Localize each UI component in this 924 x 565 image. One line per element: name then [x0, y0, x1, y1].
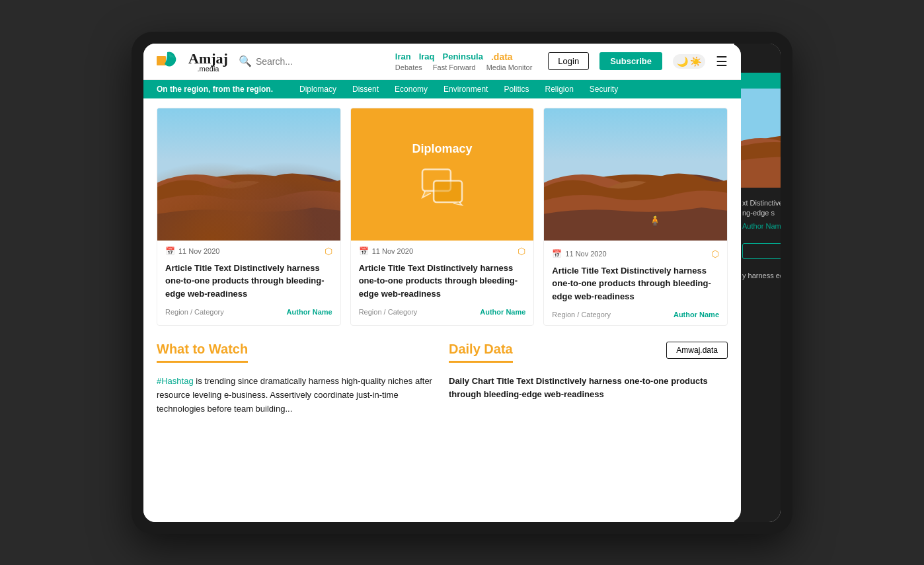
nav-iran[interactable]: Iran — [395, 52, 411, 62]
nav-primary: Iran Iraq Peninsula .data — [395, 52, 513, 62]
hashtag-link[interactable]: #Hashtag — [157, 376, 194, 386]
article-footer-3: Region / Category Author Name — [544, 308, 727, 325]
article-footer-1: Region / Category Author Name — [157, 305, 340, 322]
canyon-svg-1: 🧍 — [157, 108, 340, 241]
article-card-3: 🧍 📅 11 Nov 2020 ⬡ Article Title Text Dis… — [543, 108, 728, 326]
article-title-2: Article Title Text Distinctively harness… — [351, 259, 534, 306]
device-screen: Amjaj .media 🔍 Iran Iraq Peninsula .d — [143, 44, 781, 522]
svg-point-5 — [196, 181, 301, 241]
what-to-watch-section: What to Watch #Hashtag is trending since… — [157, 342, 436, 416]
hiker-3: 🧍 — [649, 214, 662, 227]
article-author-1[interactable]: Author Name — [287, 308, 332, 316]
article-date-1: 📅 11 Nov 2020 — [165, 246, 219, 256]
cat-dissent[interactable]: Dissent — [352, 85, 379, 94]
calendar-icon-3: 📅 — [552, 249, 562, 258]
article-cat-2: Region / Category — [359, 308, 418, 316]
subscribe-button[interactable]: Subscribe — [599, 52, 662, 70]
search-area: 🔍 — [239, 55, 322, 67]
sp-bottom-text: y harness eding-edge — [734, 266, 781, 286]
nav-data[interactable]: .data — [491, 52, 513, 62]
logo: Amjaj .media — [157, 50, 228, 73]
sp-article-content: ⬡ xt Distinctively o-one products ng-edg… — [734, 188, 781, 237]
bottom-sections: What to Watch #Hashtag is trending since… — [143, 335, 741, 422]
site-header: Amjaj .media 🔍 Iran Iraq Peninsula .d — [143, 44, 741, 80]
svg-point-4 — [215, 174, 340, 241]
article-cat-3: Region / Category — [552, 311, 611, 319]
daily-chart-title: Daily Chart Title Text Distinctively har… — [449, 375, 728, 400]
cat-politics[interactable]: Politics — [504, 85, 529, 94]
article-title-1: Article Title Text Distinctively harness… — [157, 259, 340, 306]
sp-article-text: xt Distinctively o-one products ng-edge … — [742, 198, 781, 219]
share-icon-2[interactable]: ⬡ — [518, 246, 525, 256]
svg-point-3 — [157, 174, 275, 241]
svg-rect-0 — [157, 56, 166, 65]
article-author-3[interactable]: Author Name — [674, 311, 719, 319]
date-text-3: 11 Nov 2020 — [565, 250, 606, 258]
sp-article-image: 🧍 — [734, 89, 781, 188]
article-date-3: 📅 11 Nov 2020 — [552, 249, 606, 258]
share-icon-3[interactable]: ⬡ — [711, 248, 719, 259]
nav-categories: Diplomacy Dissent Economy Environment Po… — [299, 85, 618, 94]
logo-icon — [157, 51, 184, 72]
svg-rect-1 — [157, 108, 340, 241]
article-meta-3: 📅 11 Nov 2020 ⬡ — [544, 243, 727, 262]
logo-text-block: Amjaj .media — [188, 50, 228, 73]
article-image-1: 🧍 — [157, 108, 340, 241]
nav-media-monitor[interactable]: Media Monitor — [486, 63, 533, 71]
debates-chat-icon — [419, 167, 465, 206]
search-icon: 🔍 — [239, 55, 252, 67]
article-image-3: 🧍 — [544, 108, 727, 243]
nav-columns: Iran Iraq Peninsula .data Debates Fast F… — [395, 52, 532, 71]
daily-data-header: Daily Data Amwaj.data — [449, 342, 728, 371]
nav-links: Iran Iraq Peninsula .data Debates Fast F… — [395, 52, 728, 71]
article-card-2: Diplomacy 📅 11 Nov 2020 ⬡ — [350, 108, 535, 326]
amwaj-data-button[interactable]: Amwaj.data — [666, 342, 728, 359]
article-card-1: 🧍 📅 11 Nov 2020 ⬡ Article Title Text Dis… — [157, 108, 341, 326]
svg-rect-7 — [434, 180, 462, 202]
sp-canyon-svg: 🧍 — [734, 89, 781, 188]
sun-icon: ☀️ — [690, 56, 701, 67]
sp-teal-bar: Security — [734, 73, 781, 89]
nav-secondary: Debates Fast Forward Media Monitor — [395, 63, 532, 71]
browser-window: Amjaj .media 🔍 Iran Iraq Peninsula .d — [143, 44, 741, 522]
logo-brand: Amjaj — [188, 50, 228, 67]
nav-peninsula[interactable]: Peninsula — [443, 52, 483, 62]
cat-security[interactable]: Security — [590, 85, 618, 94]
calendar-icon-2: 📅 — [359, 246, 369, 256]
share-icon-1[interactable]: ⬡ — [325, 246, 332, 256]
tagline-text: On the region, from the region. — [157, 85, 273, 94]
article-title-3: Article Title Text Distinctively harness… — [544, 262, 727, 309]
debates-card: Diplomacy — [351, 108, 534, 241]
cat-economy[interactable]: Economy — [395, 85, 428, 94]
nav-fast-forward[interactable]: Fast Forward — [433, 63, 476, 71]
article-author-2[interactable]: Author Name — [480, 308, 525, 316]
search-input[interactable] — [256, 56, 322, 67]
nav-debates[interactable]: Debates — [395, 63, 422, 71]
cat-environment[interactable]: Environment — [443, 85, 488, 94]
cat-diplomacy[interactable]: Diplomacy — [299, 85, 336, 94]
hashtag-content: #Hashtag is trending since dramatically … — [157, 375, 436, 416]
login-button[interactable]: Login — [548, 52, 589, 70]
theme-toggle[interactable]: 🌙 ☀️ — [673, 54, 705, 69]
moon-icon: 🌙 — [677, 56, 688, 67]
tagline-bar: On the region, from the region. Diplomac… — [143, 80, 741, 98]
calendar-icon-1: 📅 — [165, 246, 175, 256]
article-cat-1: Region / Category — [165, 308, 224, 316]
svg-point-2 — [157, 174, 340, 241]
cat-religion[interactable]: Religion — [545, 85, 573, 94]
article-meta-1: 📅 11 Nov 2020 ⬡ — [157, 241, 340, 259]
sp-amwaj-data-button[interactable]: Amwaj.data — [742, 243, 781, 259]
secondary-panel: 🌙 ☀️ ☰ Security 🧍 — [734, 44, 781, 522]
hiker-1: 🧍 — [242, 214, 255, 227]
sp-author[interactable]: Author Name — [742, 222, 781, 230]
article-meta-2: 📅 11 Nov 2020 ⬡ — [351, 241, 534, 259]
hashtag-body: is trending since dramatically harness h… — [157, 376, 432, 414]
what-to-watch-title: What to Watch — [157, 342, 248, 363]
article-footer-2: Region / Category Author Name — [351, 305, 534, 322]
date-text-2: 11 Nov 2020 — [372, 247, 413, 255]
daily-data-section: Daily Data Amwaj.data Daily Chart Title … — [449, 342, 728, 416]
hamburger-menu[interactable]: ☰ — [716, 54, 728, 69]
nav-iraq[interactable]: Iraq — [419, 52, 435, 62]
article-date-2: 📅 11 Nov 2020 — [359, 246, 413, 256]
article-grid: 🧍 📅 11 Nov 2020 ⬡ Article Title Text Dis… — [143, 98, 741, 336]
